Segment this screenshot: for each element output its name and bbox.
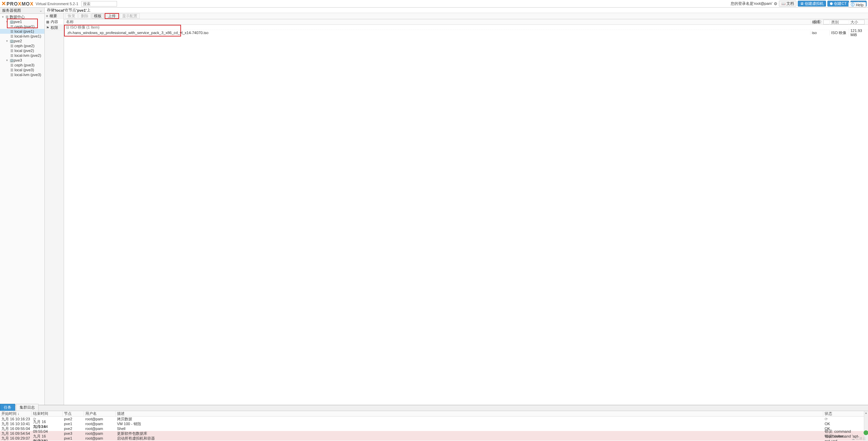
storage-label: ceph (pve1) [14, 24, 34, 29]
tab-tasks[interactable]: 任务 [0, 404, 15, 405]
header-right: 您的登录名是'root@pam' ⚙ 📖文档 🖥创建虚拟机 ⬢创建CT ↪注销 [731, 1, 867, 7]
cell-size: 121.93 MiB [849, 29, 868, 37]
table-header-search: 名称 搜索: [64, 19, 868, 25]
upload-button[interactable]: 上传 [105, 13, 119, 19]
gear-icon[interactable]: ⚙ [774, 1, 777, 6]
subnav-item-权限[interactable]: ⚑权限 [45, 25, 64, 31]
node-label: pve3 [14, 58, 22, 62]
subnav: ≡概要▦内容⚑权限 [45, 13, 64, 405]
node-label: pve2 [14, 39, 22, 43]
tree-header-label: 服务器视图 [2, 8, 21, 13]
help-label: Help [856, 3, 864, 7]
content-body: ≡概要▦内容⚑权限 恢复 删除 模板 上传 显示配置 名称 搜索: [45, 13, 868, 405]
subnav-label: 内容 [51, 19, 58, 24]
storage-label: ceph (pve2) [14, 44, 34, 48]
col-type-header[interactable]: 类别 [829, 20, 849, 25]
storage-label: local-lvm (pve2) [14, 53, 41, 57]
global-search-input[interactable] [81, 1, 117, 7]
storage-label: local (pve2) [14, 49, 34, 53]
logo: ✕ PROXMOX [1, 0, 34, 7]
subnav-item-内容[interactable]: ▦内容 [45, 19, 64, 25]
chevron-down-icon[interactable]: ⌄ [39, 8, 42, 13]
tree-node-pve1[interactable]: ▾🏢pve1 [0, 19, 44, 24]
create-ct-button[interactable]: ⬢创建CT [827, 1, 849, 7]
tree-storage-item[interactable]: ☰local (pve1) [0, 29, 44, 34]
tree-storage-item[interactable]: ☰local (pve2) [0, 48, 44, 53]
tree-storage-item[interactable]: ☰local (pve3) [0, 67, 44, 72]
storage-label: local (pve1) [14, 29, 34, 33]
collapse-icon[interactable]: ▾ [6, 20, 10, 23]
storage-icon: ☰ [10, 54, 14, 57]
ct-suffix: 上 [87, 8, 91, 13]
server-icon: ☰ [6, 15, 10, 19]
tree-node-pve2[interactable]: ▾🏢pve2 [0, 39, 44, 43]
show-config-button[interactable]: 显示配置 [120, 13, 140, 19]
tree-header[interactable]: 服务器视图 ⌄ [0, 8, 44, 14]
tree-pane: 服务器视图 ⌄ ▾ ☰ 数据中心 ▾🏢pve1☰ceph (pve1)☰loca… [0, 8, 45, 405]
tree-storage-item[interactable]: ☰local-lvm (pve1) [0, 34, 44, 39]
login-info: 您的登录名是'root@pam' [731, 1, 773, 6]
template-button[interactable]: 模板 [92, 13, 104, 19]
cube-icon: ⬢ [830, 2, 833, 6]
docs-button[interactable]: 📖文档 [779, 1, 796, 7]
collapse-icon[interactable]: ⊟ [66, 25, 69, 30]
col-size-header[interactable]: 大小 [849, 20, 868, 25]
building-icon: 🏢 [10, 20, 14, 24]
logo-text-left: PRO [7, 1, 18, 7]
restore-button[interactable]: 恢复 [65, 13, 78, 19]
storage-label: local-lvm (pve1) [14, 34, 41, 38]
col-name-header[interactable]: 名称 [64, 19, 813, 24]
monitor-icon: 🖥 [800, 2, 804, 6]
ct-node-name: 'pve1' [76, 8, 86, 12]
col-format-header[interactable]: 格式 [810, 20, 829, 25]
tree-storage-item[interactable]: ☰ceph (pve2) [0, 43, 44, 48]
subnav-item-概要[interactable]: ≡概要 [45, 13, 64, 19]
storage-label: ceph (pve3) [14, 63, 34, 67]
cell-name: zh-hans_windows_xp_professional_with_ser… [64, 31, 810, 35]
ct-mid: 在节点 [65, 8, 76, 13]
subnav-label: 概要 [50, 13, 57, 19]
logo-x-icon: ✕ [1, 0, 6, 7]
collapse-icon[interactable]: ▾ [6, 59, 10, 62]
subnav-icon: ≡ [46, 14, 48, 18]
tab-cluster-log[interactable]: 集群日志 [16, 404, 39, 405]
cell-type: ISO 映像 [829, 30, 849, 35]
toolbar: 恢复 删除 模板 上传 显示配置 [64, 13, 868, 19]
subnav-label: 权限 [51, 25, 58, 30]
create-vm-label: 创建虚拟机 [805, 1, 824, 6]
create-vm-button[interactable]: 🖥创建虚拟机 [798, 1, 826, 7]
table-row[interactable]: zh-hans_windows_xp_professional_with_ser… [64, 30, 868, 35]
create-ct-label: 创建CT [834, 1, 847, 6]
tree-storage-item[interactable]: ☰ceph (pve1) [0, 24, 44, 29]
group-label: ISO 映像 (1 Item) [70, 25, 99, 30]
main-area: 服务器视图 ⌄ ▾ ☰ 数据中心 ▾🏢pve1☰ceph (pve1)☰loca… [0, 8, 868, 405]
storage-icon: ☰ [10, 49, 14, 53]
tree-storage-item[interactable]: ☰local-lvm (pve2) [0, 53, 44, 58]
storage-icon: ☰ [10, 25, 14, 29]
building-icon: 🏢 [10, 59, 14, 62]
help-icon: ⓘ [851, 2, 855, 7]
help-button[interactable]: ⓘHelp [848, 2, 866, 7]
collapse-icon[interactable]: ▾ [6, 39, 10, 43]
collapse-icon[interactable]: ▾ [2, 15, 6, 19]
storage-icon: ☰ [10, 63, 14, 67]
ct-prefix: 存储 [47, 8, 54, 13]
tree-storage-item[interactable]: ☰ceph (pve3) [0, 63, 44, 67]
tree-node-pve3[interactable]: ▾🏢pve3 [0, 58, 44, 63]
storage-icon: ☰ [10, 30, 14, 33]
tree-body: ▾ ☰ 数据中心 ▾🏢pve1☰ceph (pve1)☰local (pve1)… [0, 14, 44, 405]
datacenter-label: 数据中心 [10, 14, 25, 20]
storage-label: local-lvm (pve3) [14, 73, 41, 77]
subnav-icon: ⚑ [46, 26, 49, 30]
tree-storage-item[interactable]: ☰local-lvm (pve3) [0, 72, 44, 77]
storage-icon: ☰ [10, 44, 14, 48]
iso-group-row[interactable]: ⊟ ISO 映像 (1 Item) [64, 25, 868, 30]
node-label: pve1 [14, 20, 22, 24]
tree-datacenter[interactable]: ▾ ☰ 数据中心 [0, 14, 44, 19]
cell-format: iso [810, 31, 829, 35]
logo-text-x: X [18, 1, 21, 7]
building-icon: 🏢 [10, 39, 14, 43]
version-label: Virtual Environment 5.2-1 [36, 2, 78, 6]
storage-icon: ☰ [10, 34, 14, 38]
delete-button[interactable]: 删除 [78, 13, 91, 19]
